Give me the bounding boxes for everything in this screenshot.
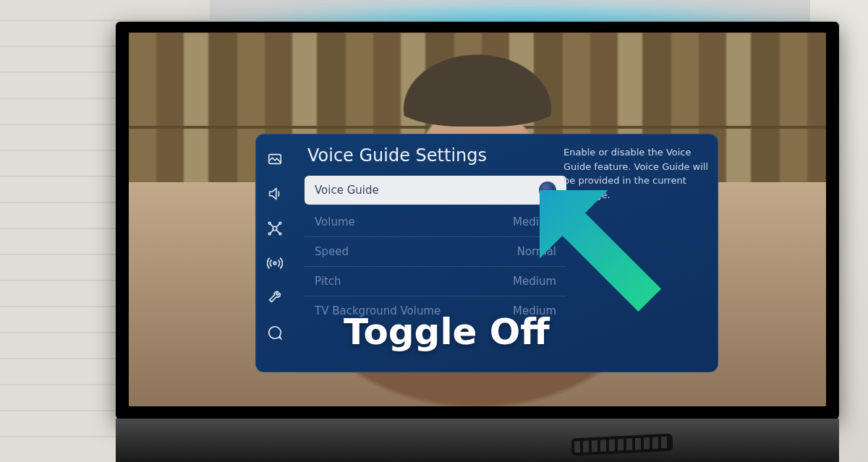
row-label: Volume	[315, 215, 355, 228]
row-value: Medium	[513, 215, 556, 228]
panel-title: Voice Guide Settings	[307, 145, 566, 166]
row-volume[interactable]: Volume Medium	[305, 208, 566, 237]
row-value: Medium	[513, 275, 556, 288]
row-speed[interactable]: Speed Normal	[305, 237, 566, 267]
tv-frame: Voice Guide Settings Voice Guide Volume …	[116, 22, 839, 419]
support-icon[interactable]	[265, 323, 284, 342]
row-label: Voice Guide	[315, 184, 379, 197]
system-icon[interactable]	[265, 288, 284, 307]
settings-sidebar	[255, 134, 294, 372]
row-value: Normal	[517, 245, 556, 258]
svg-point-6	[273, 262, 276, 265]
row-label: Pitch	[315, 275, 341, 288]
annotation-label: Toggle Off	[344, 311, 550, 353]
person-hat	[383, 40, 571, 127]
scene: Voice Guide Settings Voice Guide Volume …	[0, 0, 868, 462]
picture-icon[interactable]	[265, 150, 284, 168]
broadcast-icon[interactable]	[265, 254, 284, 273]
help-text: Enable or disable the Voice Guide featur…	[553, 134, 718, 213]
sound-icon[interactable]	[265, 184, 284, 203]
row-pitch[interactable]: Pitch Medium	[305, 267, 566, 296]
row-voice-guide[interactable]: Voice Guide	[305, 176, 566, 205]
network-icon[interactable]	[265, 219, 284, 238]
table-surface	[116, 419, 839, 462]
row-label: Speed	[315, 245, 349, 258]
